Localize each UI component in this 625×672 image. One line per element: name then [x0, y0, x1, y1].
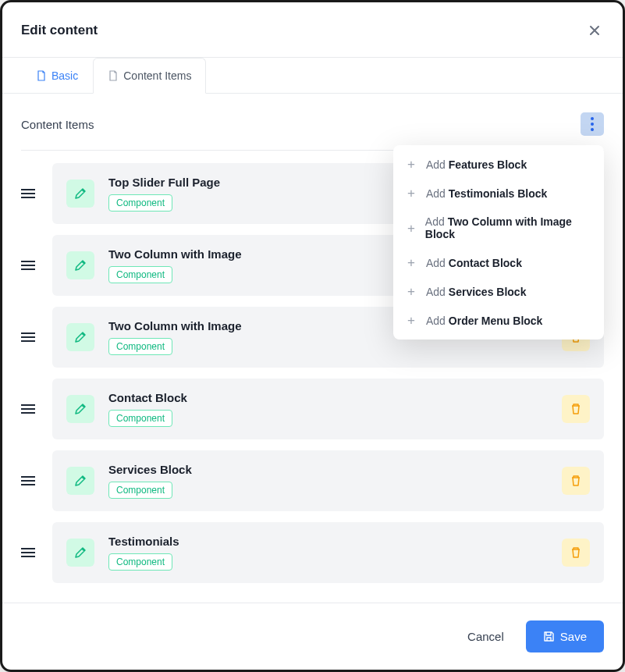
component-badge: Component [108, 266, 172, 283]
edit-item-button[interactable] [66, 467, 94, 495]
dropdown-item-services[interactable]: + Add Services Block [393, 277, 604, 306]
plus-icon: + [407, 314, 418, 327]
pencil-icon [74, 259, 87, 272]
add-block-dropdown: + Add Features Block + Add Testimonials … [393, 145, 604, 340]
component-badge: Component [108, 194, 172, 212]
close-button[interactable] [585, 21, 604, 40]
tab-basic-label: Basic [51, 69, 78, 82]
modal-header: Edit content [2, 2, 623, 58]
edit-item-button[interactable] [66, 539, 94, 567]
trash-icon [570, 546, 582, 559]
pencil-icon [74, 403, 87, 415]
list-item: Contact Block Component [21, 379, 604, 439]
save-button-label: Save [560, 630, 587, 643]
section-header: Content Items [21, 112, 604, 136]
plus-icon: + [407, 285, 418, 298]
drag-handle[interactable] [21, 548, 38, 557]
list-item: Testimonials Component [21, 522, 604, 583]
save-icon [543, 631, 555, 642]
dropdown-item-features[interactable]: + Add Features Block [393, 150, 604, 179]
pencil-icon [74, 187, 87, 200]
component-badge: Component [108, 482, 172, 499]
edit-item-button[interactable] [66, 251, 94, 279]
edit-item-button[interactable] [66, 180, 94, 208]
plus-icon: + [407, 158, 418, 171]
tab-bar: Basic Content Items [2, 58, 623, 94]
item-info: Testimonials Component [108, 535, 548, 571]
document-icon [108, 70, 119, 81]
item-card: Services Block Component [52, 450, 604, 511]
tab-content-items[interactable]: Content Items [93, 58, 206, 94]
item-card: Testimonials Component [52, 522, 604, 583]
tab-basic[interactable]: Basic [21, 58, 93, 93]
item-info: Services Block Component [108, 463, 548, 499]
edit-content-modal: Edit content Basic Content Items Content… [0, 0, 625, 672]
delete-item-button[interactable] [562, 467, 590, 495]
tab-content-items-label: Content Items [123, 69, 191, 82]
content-area: Content Items + Add Features Block + Add… [2, 94, 623, 603]
document-icon [36, 70, 47, 81]
delete-item-button[interactable] [562, 395, 590, 423]
item-title: Services Block [108, 463, 548, 476]
list-item: Services Block Component [21, 450, 604, 511]
dropdown-item-order-menu[interactable]: + Add Order Menu Block [393, 306, 604, 335]
pencil-icon [74, 546, 87, 559]
component-badge: Component [108, 410, 172, 427]
pencil-icon [74, 331, 87, 343]
more-options-button[interactable] [581, 112, 604, 136]
section-title: Content Items [21, 118, 94, 131]
dropdown-item-two-column[interactable]: + Add Two Column with Image Block [393, 208, 604, 248]
drag-handle[interactable] [21, 332, 38, 342]
drag-handle[interactable] [21, 476, 38, 485]
drag-handle[interactable] [21, 189, 38, 198]
dropdown-item-contact[interactable]: + Add Contact Block [393, 248, 604, 277]
close-icon [588, 24, 601, 37]
component-badge: Component [108, 338, 172, 355]
item-title: Testimonials [108, 535, 548, 548]
modal-footer: Cancel Save [2, 603, 623, 670]
edit-item-button[interactable] [66, 323, 94, 351]
plus-icon: + [407, 256, 418, 269]
drag-handle[interactable] [21, 404, 38, 414]
item-card: Contact Block Component [52, 379, 604, 439]
item-info: Contact Block Component [108, 391, 548, 427]
modal-title: Edit content [21, 23, 98, 38]
trash-icon [570, 403, 582, 415]
save-button[interactable]: Save [526, 620, 604, 652]
delete-item-button[interactable] [562, 539, 590, 567]
dropdown-item-testimonials[interactable]: + Add Testimonials Block [393, 179, 604, 208]
dots-icon [591, 117, 594, 120]
item-title: Contact Block [108, 391, 548, 404]
cancel-button[interactable]: Cancel [460, 624, 512, 649]
trash-icon [570, 475, 582, 487]
edit-item-button[interactable] [66, 395, 94, 423]
pencil-icon [74, 475, 87, 487]
plus-icon: + [407, 187, 418, 200]
drag-handle[interactable] [21, 261, 38, 270]
component-badge: Component [108, 553, 172, 571]
plus-icon: + [407, 222, 417, 235]
